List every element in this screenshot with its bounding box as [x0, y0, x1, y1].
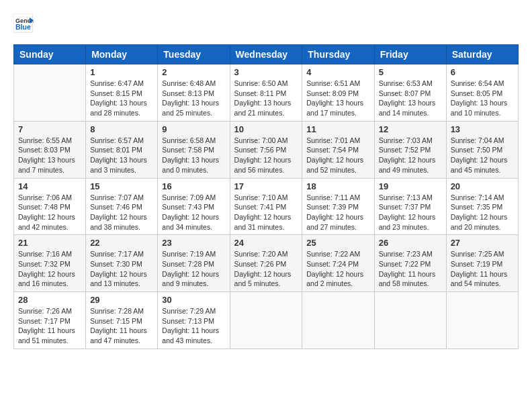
day-info: Sunrise: 7:26 AM Sunset: 7:17 PM Dayligh…: [18, 306, 81, 346]
weekday-header: Tuesday: [158, 45, 230, 64]
day-number: 7: [18, 124, 81, 134]
day-info: Sunrise: 7:20 AM Sunset: 7:26 PM Dayligh…: [234, 249, 298, 289]
day-info: Sunrise: 7:28 AM Sunset: 7:15 PM Dayligh…: [90, 306, 153, 346]
day-number: 20: [451, 181, 514, 191]
calendar-cell: 10Sunrise: 7:00 AM Sunset: 7:56 PM Dayli…: [230, 121, 302, 178]
day-number: 19: [379, 181, 442, 191]
calendar-week-row: 14Sunrise: 7:06 AM Sunset: 7:48 PM Dayli…: [14, 178, 519, 235]
day-number: 9: [162, 124, 225, 134]
calendar-cell: 23Sunrise: 7:19 AM Sunset: 7:28 PM Dayli…: [158, 235, 230, 292]
weekday-header: Saturday: [446, 45, 518, 64]
weekday-header: Wednesday: [230, 45, 302, 64]
calendar-cell: 16Sunrise: 7:09 AM Sunset: 7:43 PM Dayli…: [158, 178, 230, 235]
day-number: 13: [451, 124, 514, 134]
day-number: 15: [90, 181, 153, 191]
weekday-header: Sunday: [14, 45, 86, 64]
weekday-header: Friday: [374, 45, 446, 64]
calendar-cell: 13Sunrise: 7:04 AM Sunset: 7:50 PM Dayli…: [446, 121, 518, 178]
logo: General Blue: [13, 13, 36, 34]
calendar-table: SundayMondayTuesdayWednesdayThursdayFrid…: [13, 44, 519, 349]
day-number: 18: [306, 181, 369, 191]
day-number: 21: [18, 238, 81, 248]
calendar-cell: 3Sunrise: 6:50 AM Sunset: 8:11 PM Daylig…: [230, 64, 302, 122]
day-info: Sunrise: 6:50 AM Sunset: 8:11 PM Dayligh…: [234, 79, 298, 118]
day-info: Sunrise: 7:17 AM Sunset: 7:30 PM Dayligh…: [90, 249, 153, 289]
day-info: Sunrise: 7:22 AM Sunset: 7:24 PM Dayligh…: [306, 249, 369, 289]
day-info: Sunrise: 6:58 AM Sunset: 7:58 PM Dayligh…: [162, 136, 225, 175]
day-info: Sunrise: 6:54 AM Sunset: 8:05 PM Dayligh…: [451, 79, 514, 118]
day-info: Sunrise: 7:25 AM Sunset: 7:19 PM Dayligh…: [451, 249, 514, 289]
day-number: 25: [306, 238, 369, 248]
day-number: 1: [90, 67, 153, 77]
day-number: 24: [234, 238, 298, 248]
day-info: Sunrise: 7:16 AM Sunset: 7:32 PM Dayligh…: [18, 249, 81, 289]
day-number: 30: [162, 295, 225, 305]
calendar-cell: 17Sunrise: 7:10 AM Sunset: 7:41 PM Dayli…: [230, 178, 302, 235]
weekday-header: Thursday: [302, 45, 374, 64]
day-number: 10: [234, 124, 298, 134]
day-number: 3: [234, 67, 298, 77]
day-number: 23: [162, 238, 225, 248]
calendar-cell: 2Sunrise: 6:48 AM Sunset: 8:13 PM Daylig…: [158, 64, 230, 122]
calendar-cell: 24Sunrise: 7:20 AM Sunset: 7:26 PM Dayli…: [230, 235, 302, 292]
day-info: Sunrise: 7:29 AM Sunset: 7:13 PM Dayligh…: [162, 306, 225, 346]
calendar-cell: 29Sunrise: 7:28 AM Sunset: 7:15 PM Dayli…: [86, 292, 158, 349]
day-number: 28: [18, 295, 81, 305]
day-info: Sunrise: 7:07 AM Sunset: 7:46 PM Dayligh…: [90, 193, 153, 232]
calendar-cell: [230, 292, 302, 349]
day-info: Sunrise: 7:04 AM Sunset: 7:50 PM Dayligh…: [451, 136, 514, 175]
day-info: Sunrise: 6:51 AM Sunset: 8:09 PM Dayligh…: [306, 79, 369, 118]
day-info: Sunrise: 7:09 AM Sunset: 7:43 PM Dayligh…: [162, 193, 225, 232]
calendar-header-row: SundayMondayTuesdayWednesdayThursdayFrid…: [14, 45, 519, 64]
calendar-cell: 21Sunrise: 7:16 AM Sunset: 7:32 PM Dayli…: [14, 235, 86, 292]
svg-text:Blue: Blue: [15, 23, 31, 31]
calendar-week-row: 21Sunrise: 7:16 AM Sunset: 7:32 PM Dayli…: [14, 235, 519, 292]
day-info: Sunrise: 7:11 AM Sunset: 7:39 PM Dayligh…: [306, 193, 369, 232]
calendar-week-row: 28Sunrise: 7:26 AM Sunset: 7:17 PM Dayli…: [14, 292, 519, 349]
day-info: Sunrise: 7:14 AM Sunset: 7:35 PM Dayligh…: [451, 193, 514, 232]
day-number: 27: [451, 238, 514, 248]
day-number: 26: [379, 238, 442, 248]
day-number: 4: [306, 67, 369, 77]
calendar-cell: 1Sunrise: 6:47 AM Sunset: 8:15 PM Daylig…: [86, 64, 158, 122]
calendar-cell: 25Sunrise: 7:22 AM Sunset: 7:24 PM Dayli…: [302, 235, 374, 292]
calendar-cell: [446, 292, 518, 349]
calendar-cell: 9Sunrise: 6:58 AM Sunset: 7:58 PM Daylig…: [158, 121, 230, 178]
day-number: 29: [90, 295, 153, 305]
day-info: Sunrise: 7:01 AM Sunset: 7:54 PM Dayligh…: [306, 136, 369, 175]
day-info: Sunrise: 7:23 AM Sunset: 7:22 PM Dayligh…: [379, 249, 442, 289]
day-info: Sunrise: 6:48 AM Sunset: 8:13 PM Dayligh…: [162, 79, 225, 118]
calendar-cell: 6Sunrise: 6:54 AM Sunset: 8:05 PM Daylig…: [446, 64, 518, 122]
day-info: Sunrise: 7:03 AM Sunset: 7:52 PM Dayligh…: [379, 136, 442, 175]
calendar-cell: 14Sunrise: 7:06 AM Sunset: 7:48 PM Dayli…: [14, 178, 86, 235]
calendar-cell: 28Sunrise: 7:26 AM Sunset: 7:17 PM Dayli…: [14, 292, 86, 349]
calendar-cell: 11Sunrise: 7:01 AM Sunset: 7:54 PM Dayli…: [302, 121, 374, 178]
calendar-cell: 20Sunrise: 7:14 AM Sunset: 7:35 PM Dayli…: [446, 178, 518, 235]
day-number: 8: [90, 124, 153, 134]
page-header: General Blue: [13, 13, 519, 34]
day-info: Sunrise: 7:10 AM Sunset: 7:41 PM Dayligh…: [234, 193, 298, 232]
day-info: Sunrise: 6:55 AM Sunset: 8:03 PM Dayligh…: [18, 136, 81, 175]
day-info: Sunrise: 6:57 AM Sunset: 8:01 PM Dayligh…: [90, 136, 153, 175]
calendar-cell: 5Sunrise: 6:53 AM Sunset: 8:07 PM Daylig…: [374, 64, 446, 122]
calendar-week-row: 1Sunrise: 6:47 AM Sunset: 8:15 PM Daylig…: [14, 64, 519, 122]
calendar-cell: [14, 64, 86, 122]
calendar-cell: [374, 292, 446, 349]
day-number: 14: [18, 181, 81, 191]
calendar-cell: [302, 292, 374, 349]
day-number: 6: [451, 67, 514, 77]
day-number: 22: [90, 238, 153, 248]
day-info: Sunrise: 7:06 AM Sunset: 7:48 PM Dayligh…: [18, 193, 81, 232]
calendar-cell: 22Sunrise: 7:17 AM Sunset: 7:30 PM Dayli…: [86, 235, 158, 292]
calendar-cell: 30Sunrise: 7:29 AM Sunset: 7:13 PM Dayli…: [158, 292, 230, 349]
weekday-header: Monday: [86, 45, 158, 64]
day-info: Sunrise: 6:47 AM Sunset: 8:15 PM Dayligh…: [90, 79, 153, 118]
calendar-cell: 26Sunrise: 7:23 AM Sunset: 7:22 PM Dayli…: [374, 235, 446, 292]
calendar-cell: 12Sunrise: 7:03 AM Sunset: 7:52 PM Dayli…: [374, 121, 446, 178]
day-number: 12: [379, 124, 442, 134]
day-number: 17: [234, 181, 298, 191]
calendar-cell: 4Sunrise: 6:51 AM Sunset: 8:09 PM Daylig…: [302, 64, 374, 122]
calendar-cell: 8Sunrise: 6:57 AM Sunset: 8:01 PM Daylig…: [86, 121, 158, 178]
day-number: 16: [162, 181, 225, 191]
day-info: Sunrise: 7:13 AM Sunset: 7:37 PM Dayligh…: [379, 193, 442, 232]
